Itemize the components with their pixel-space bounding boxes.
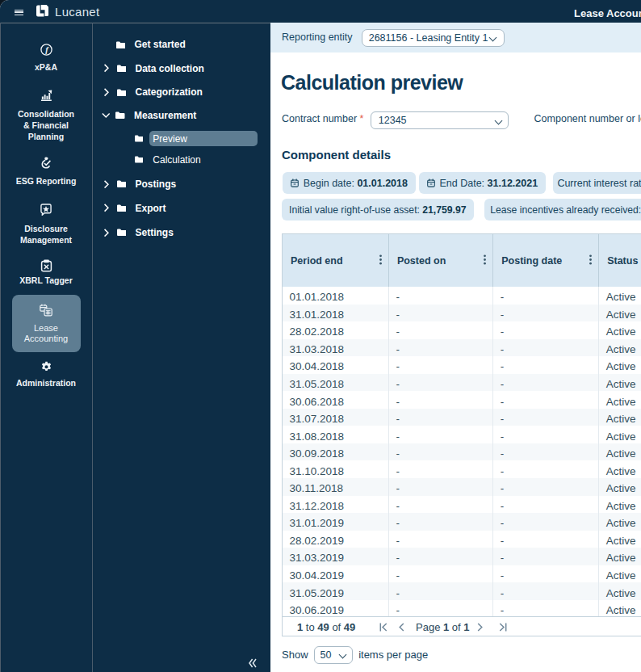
svg-text:f: f [45,45,49,54]
